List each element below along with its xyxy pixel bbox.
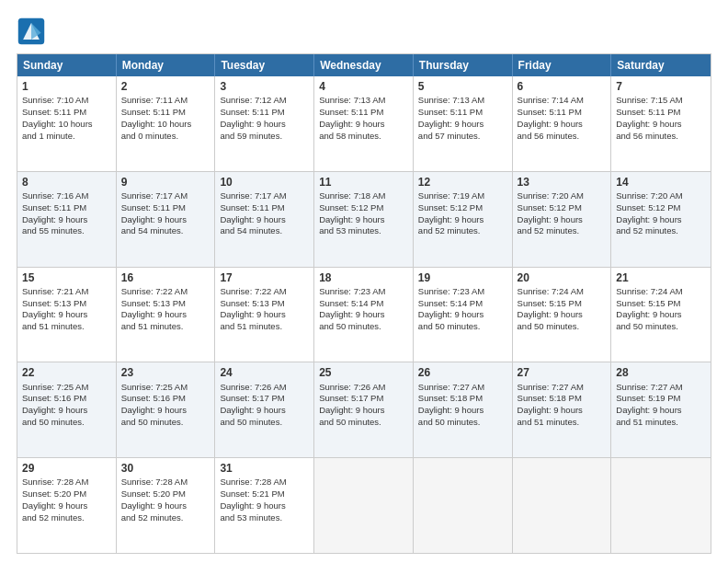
day-info-line: Daylight: 9 hours (220, 405, 309, 417)
day-cell-24: 24Sunrise: 7:26 AMSunset: 5:17 PMDayligh… (215, 362, 314, 457)
day-cell-8: 8Sunrise: 7:16 AMSunset: 5:11 PMDaylight… (17, 172, 117, 267)
day-info-line: Sunrise: 7:21 AM (22, 286, 111, 298)
day-cell-28: 28Sunrise: 7:27 AMSunset: 5:19 PMDayligh… (611, 362, 711, 457)
day-number: 5 (418, 79, 507, 94)
day-info-line: and 52 minutes. (518, 225, 607, 237)
empty-cell (414, 458, 513, 553)
day-cell-3: 3Sunrise: 7:12 AMSunset: 5:11 PMDaylight… (215, 76, 314, 171)
day-info-line: Sunset: 5:17 PM (220, 393, 309, 405)
day-number: 12 (418, 175, 507, 190)
day-info-line: and 54 minutes. (121, 225, 210, 237)
day-info-line: and 1 minute. (22, 131, 111, 143)
day-info-line: Sunset: 5:20 PM (22, 488, 111, 500)
day-cell-25: 25Sunrise: 7:26 AMSunset: 5:17 PMDayligh… (314, 362, 414, 457)
day-info-line: and 52 minutes. (121, 512, 210, 524)
day-info-line: Daylight: 9 hours (22, 309, 111, 321)
calendar-row-4: 22Sunrise: 7:25 AMSunset: 5:16 PMDayligh… (17, 362, 711, 457)
day-cell-16: 16Sunrise: 7:22 AMSunset: 5:13 PMDayligh… (117, 268, 216, 362)
day-info-line: and 58 minutes. (319, 131, 408, 143)
day-info-line: Daylight: 9 hours (518, 214, 607, 226)
day-info-line: and 55 minutes. (22, 225, 111, 237)
day-number: 14 (616, 175, 706, 190)
day-info-line: Sunrise: 7:25 AM (121, 382, 210, 394)
day-info-line: Daylight: 9 hours (220, 309, 309, 321)
day-info-line: Sunset: 5:13 PM (22, 298, 111, 310)
day-info-line: and 0 minutes. (121, 131, 210, 143)
day-info-line: Sunset: 5:20 PM (121, 488, 210, 500)
day-cell-11: 11Sunrise: 7:18 AMSunset: 5:12 PMDayligh… (314, 172, 414, 267)
day-info-line: Sunset: 5:18 PM (518, 393, 607, 405)
day-info-line: Sunrise: 7:23 AM (418, 286, 507, 298)
day-info-line: Sunset: 5:13 PM (121, 298, 210, 310)
day-info-line: Daylight: 9 hours (616, 405, 706, 417)
day-info-line: Sunset: 5:15 PM (616, 298, 706, 310)
day-number: 8 (22, 175, 111, 190)
day-info-line: Sunrise: 7:24 AM (518, 286, 607, 298)
day-info-line: Daylight: 9 hours (121, 214, 210, 226)
day-cell-22: 22Sunrise: 7:25 AMSunset: 5:16 PMDayligh… (17, 362, 117, 457)
day-info-line: and 50 minutes. (319, 417, 408, 429)
day-info-line: Daylight: 10 hours (121, 119, 210, 131)
day-info-line: Daylight: 9 hours (22, 500, 111, 512)
calendar-row-1: 1Sunrise: 7:10 AMSunset: 5:11 PMDaylight… (17, 76, 711, 171)
day-info-line: Daylight: 9 hours (616, 119, 706, 131)
day-cell-2: 2Sunrise: 7:11 AMSunset: 5:11 PMDaylight… (117, 76, 216, 171)
day-info-line: and 53 minutes. (220, 512, 309, 524)
header-day-thursday: Thursday (414, 54, 513, 76)
day-cell-13: 13Sunrise: 7:20 AMSunset: 5:12 PMDayligh… (513, 172, 612, 267)
day-info-line: and 50 minutes. (418, 417, 507, 429)
day-info-line: Sunset: 5:11 PM (22, 107, 111, 119)
day-info-line: Sunset: 5:16 PM (121, 393, 210, 405)
day-info-line: Sunrise: 7:20 AM (616, 190, 706, 202)
day-info-line: Daylight: 9 hours (319, 119, 408, 131)
day-info-line: and 56 minutes. (616, 131, 706, 143)
day-cell-20: 20Sunrise: 7:24 AMSunset: 5:15 PMDayligh… (513, 268, 612, 362)
day-cell-18: 18Sunrise: 7:23 AMSunset: 5:14 PMDayligh… (314, 268, 414, 362)
day-info-line: Sunset: 5:11 PM (518, 107, 607, 119)
day-info-line: and 57 minutes. (418, 131, 507, 143)
day-info-line: Daylight: 9 hours (518, 119, 607, 131)
day-number: 21 (616, 270, 706, 285)
day-number: 3 (220, 79, 309, 94)
day-info-line: Daylight: 9 hours (220, 214, 309, 226)
day-info-line: Daylight: 9 hours (616, 309, 706, 321)
day-cell-6: 6Sunrise: 7:14 AMSunset: 5:11 PMDaylight… (513, 76, 612, 171)
day-info-line: and 51 minutes. (22, 321, 111, 333)
calendar-row-2: 8Sunrise: 7:16 AMSunset: 5:11 PMDaylight… (17, 171, 711, 267)
day-info-line: and 54 minutes. (220, 225, 309, 237)
day-cell-5: 5Sunrise: 7:13 AMSunset: 5:11 PMDaylight… (414, 76, 513, 171)
day-cell-7: 7Sunrise: 7:15 AMSunset: 5:11 PMDaylight… (611, 76, 711, 171)
header-day-saturday: Saturday (611, 54, 711, 76)
day-number: 28 (616, 365, 706, 380)
day-cell-26: 26Sunrise: 7:27 AMSunset: 5:18 PMDayligh… (414, 362, 513, 457)
day-number: 24 (220, 365, 309, 380)
calendar-row-3: 15Sunrise: 7:21 AMSunset: 5:13 PMDayligh… (17, 267, 711, 362)
day-info-line: Daylight: 9 hours (121, 500, 210, 512)
day-cell-12: 12Sunrise: 7:19 AMSunset: 5:12 PMDayligh… (414, 172, 513, 267)
day-info-line: Sunset: 5:12 PM (616, 202, 706, 214)
day-info-line: Sunrise: 7:17 AM (121, 190, 210, 202)
day-info-line: and 50 minutes. (319, 321, 408, 333)
empty-cell (513, 458, 612, 553)
day-info-line: Sunrise: 7:12 AM (220, 95, 309, 107)
day-info-line: Daylight: 9 hours (616, 214, 706, 226)
day-info-line: Sunrise: 7:22 AM (220, 286, 309, 298)
logo (17, 17, 50, 46)
day-info-line: Sunrise: 7:28 AM (121, 477, 210, 488)
day-info-line: Daylight: 9 hours (319, 405, 408, 417)
day-info-line: Sunset: 5:14 PM (319, 298, 408, 310)
day-info-line: and 50 minutes. (418, 321, 507, 333)
day-cell-21: 21Sunrise: 7:24 AMSunset: 5:15 PMDayligh… (611, 268, 711, 362)
day-number: 22 (22, 365, 111, 380)
day-info-line: Sunrise: 7:22 AM (121, 286, 210, 298)
day-info-line: Sunrise: 7:27 AM (518, 382, 607, 394)
day-info-line: Sunset: 5:18 PM (418, 393, 507, 405)
day-info-line: Daylight: 9 hours (418, 214, 507, 226)
day-number: 2 (121, 79, 210, 94)
day-info-line: Daylight: 9 hours (518, 405, 607, 417)
day-info-line: and 56 minutes. (518, 131, 607, 143)
day-number: 10 (220, 175, 309, 190)
day-number: 15 (22, 270, 111, 285)
day-info-line: Sunset: 5:11 PM (616, 107, 706, 119)
day-number: 6 (518, 79, 607, 94)
